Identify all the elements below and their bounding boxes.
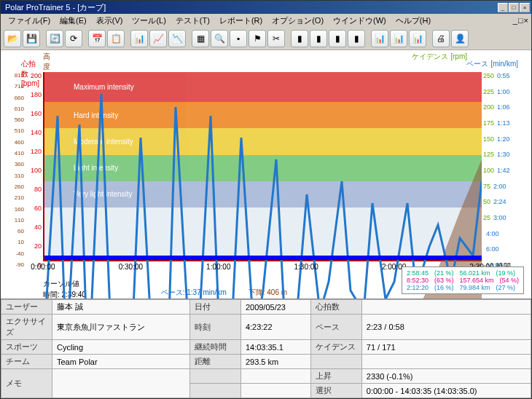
info-sel-label: 選択 (310, 384, 361, 398)
sync-icon[interactable]: ⟳ (65, 30, 82, 47)
mark-icon[interactable]: ▪ (230, 30, 247, 47)
chart-area: 高度 [m] 心拍数[bpm] ケイデンス [rpm] ペース [min/km]… (1, 50, 531, 299)
legend-box: 2:58:45(21 %)56.021 km(19 %) 8:52:30(63 … (402, 266, 524, 294)
info-user-value: 藤本 誠 (52, 300, 190, 315)
info-dur-label: 継続時間 (189, 340, 240, 355)
mdi-restore-button[interactable]: □ (518, 16, 523, 25)
graph1-icon[interactable]: 📊 (371, 30, 388, 47)
bars4-icon[interactable]: ▮ (348, 30, 365, 47)
bars3-icon[interactable]: ▮ (329, 30, 346, 47)
info-dist-label: 距離 (189, 355, 240, 369)
save-icon[interactable]: 💾 (23, 30, 40, 47)
menu-help[interactable]: ヘルプ(H) (391, 15, 435, 27)
window-title: Polar ProTrainer 5 - [カーブ] (2, 2, 498, 13)
print-icon[interactable]: 🖨 (432, 30, 450, 47)
info-pace-label: ペース (310, 315, 361, 340)
info-dur-value: 14:03:35.1 (240, 340, 310, 355)
menubar: ファイル(F) 編集(E) 表示(V) ツール(L) テスト(T) レポート(R… (1, 14, 531, 27)
info-sport-label: スポーツ (1, 340, 52, 355)
chart2-icon[interactable]: 📈 (149, 30, 167, 47)
info-date-value: 2009/05/23 (240, 300, 310, 315)
titlebar: Polar ProTrainer 5 - [カーブ] _ □ × (1, 1, 531, 14)
info-table: ユーザー 藤本 誠 日付 2009/05/23 心拍数 エクササイズ 東京糸魚川… (1, 299, 531, 398)
mdi-close-button[interactable]: × (524, 16, 528, 25)
mdi-minimize-button[interactable]: _ (513, 16, 517, 25)
info-hr-value (361, 300, 531, 315)
info-ex-value: 東京糸魚川ファストラン (52, 315, 190, 340)
chart1-icon[interactable]: 📊 (130, 30, 148, 47)
menu-tools[interactable]: ツール(L) (128, 15, 170, 27)
info-sel-value: 0:00:00 - 14:03:35 (14:03:35.0) (361, 384, 531, 398)
info-hr-label: 心拍数 (310, 300, 361, 315)
zoom-icon[interactable]: 🔍 (211, 30, 228, 47)
pace-axis-label: ペース [min/km] (466, 59, 518, 69)
close-button[interactable]: × (520, 3, 530, 12)
info-team-label: チーム (1, 355, 52, 369)
menu-report[interactable]: レポート(R) (215, 15, 267, 27)
menu-option[interactable]: オプション(O) (267, 15, 328, 27)
info-dist-value: 293.5 km (240, 355, 310, 369)
cut-icon[interactable]: ✂ (267, 30, 285, 47)
info-pace-value: 2:23 / 0:58 (361, 315, 531, 340)
open-icon[interactable]: 📂 (4, 30, 21, 47)
menu-file[interactable]: ファイル(F) (4, 15, 55, 27)
info-ex-label: エクササイズ (1, 315, 52, 340)
grid-icon[interactable]: ▦ (192, 30, 209, 47)
maximize-button[interactable]: □ (509, 3, 519, 12)
info-memo-label: メモ (1, 369, 52, 398)
info-time-value: 4:23:22 (240, 315, 310, 340)
user-icon[interactable]: 👤 (451, 30, 469, 47)
calendar-icon[interactable]: 📅 (88, 30, 106, 47)
info-team-value: Team Polar (52, 355, 190, 369)
y-axis-left: 2001801601401201008060402008107106606105… (8, 72, 42, 261)
info-asc-label: 上昇 (310, 369, 361, 384)
info-date-label: 日付 (189, 300, 240, 315)
info-time-label: 時刻 (189, 315, 240, 340)
menu-test[interactable]: テスト(T) (171, 15, 214, 27)
menu-view[interactable]: 表示(V) (92, 15, 128, 27)
chart3-icon[interactable]: 📉 (168, 30, 186, 47)
info-user-label: ユーザー (1, 300, 52, 315)
bars2-icon[interactable]: ▮ (310, 30, 327, 47)
minimize-button[interactable]: _ (498, 3, 508, 12)
menu-edit[interactable]: 編集(E) (55, 15, 91, 27)
info-memo-value (52, 369, 190, 398)
info-asc-value: 2330 (-0.1%) (361, 369, 531, 384)
graph2-icon[interactable]: 📊 (390, 30, 407, 47)
cadence-axis-label: ケイデンス [rpm] (412, 52, 467, 62)
flag-icon[interactable]: ⚑ (249, 30, 266, 47)
info-cad-value: 71 / 171 (361, 340, 531, 355)
info-cad-label: ケイデンス (310, 340, 361, 355)
menu-window[interactable]: ウインドウ(W) (329, 15, 391, 27)
toolbar: 📂 💾 🔄 ⟳ 📅 📋 📊 📈 📉 ▦ 🔍 ▪ ⚑ ✂ ▮ ▮ ▮ ▮ 📊 📊 … (1, 27, 531, 50)
bars1-icon[interactable]: ▮ (291, 30, 308, 47)
y-axis-right: 2500:552251:002001:061751:131501:201251:… (483, 72, 527, 261)
refresh-icon[interactable]: 🔄 (46, 30, 63, 47)
graph3-icon[interactable]: 📊 (409, 30, 426, 47)
speed-series (44, 256, 482, 260)
chart-plot[interactable]: Maximum intensity Hard intensity Moderat… (43, 72, 482, 261)
info-sport-value: Cycling (52, 340, 190, 355)
diary-icon[interactable]: 📋 (107, 30, 125, 47)
